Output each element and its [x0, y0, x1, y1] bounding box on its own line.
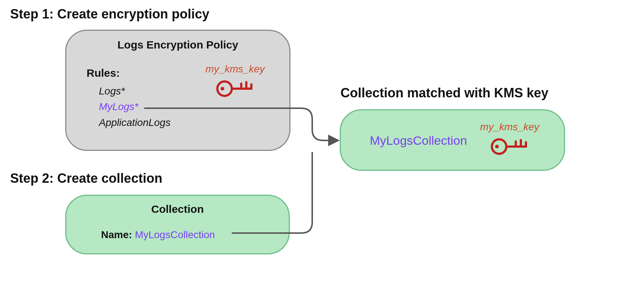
collection-name-value: MyLogsCollection: [135, 229, 215, 240]
svg-point-1: [221, 87, 224, 90]
result-key-group: my_kms_key: [477, 121, 542, 156]
step2-heading: Step 2: Create collection: [10, 171, 162, 186]
step1-heading: Step 1: Create encryption policy: [10, 7, 209, 22]
collection-name-label: Name:: [101, 229, 135, 240]
result-panel: MyLogsCollection my_kms_key: [340, 109, 565, 171]
policy-key-group: my_kms_key: [202, 63, 268, 98]
svg-point-7: [495, 145, 499, 148]
key-icon: [202, 76, 268, 98]
key-icon: [477, 134, 542, 156]
result-heading: Collection matched with KMS key: [340, 85, 548, 101]
policy-key-label: my_kms_key: [202, 63, 268, 75]
rule-item-2: ApplicationLogs: [99, 115, 171, 130]
svg-point-6: [492, 139, 506, 154]
collection-panel: Collection Name: MyLogsCollection: [65, 195, 290, 254]
result-collection-name: MyLogsCollection: [370, 134, 467, 148]
result-key-label: my_kms_key: [477, 121, 542, 133]
svg-point-0: [217, 81, 232, 96]
collection-panel-title: Collection: [66, 203, 289, 215]
rule-item-1: MyLogs*: [99, 99, 171, 114]
rules-label: Rules:: [87, 67, 120, 79]
policy-panel-title: Logs Encryption Policy: [66, 39, 289, 51]
rule-item-0: Logs*: [99, 83, 171, 99]
policy-panel: Logs Encryption Policy Rules: Logs* MyLo…: [65, 30, 290, 151]
